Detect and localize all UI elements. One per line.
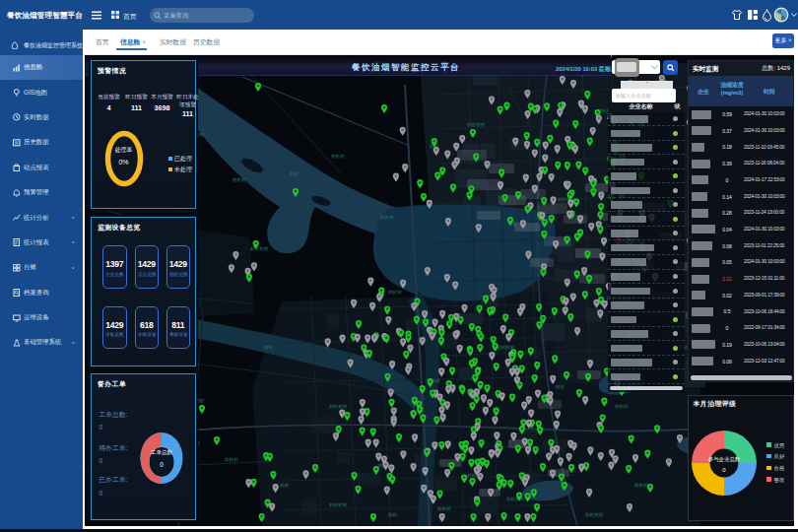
- svg-text:工单总数: 工单总数: [150, 449, 172, 455]
- svg-text:0: 0: [160, 461, 164, 468]
- svg-text:参与企业总数: 参与企业总数: [707, 456, 740, 462]
